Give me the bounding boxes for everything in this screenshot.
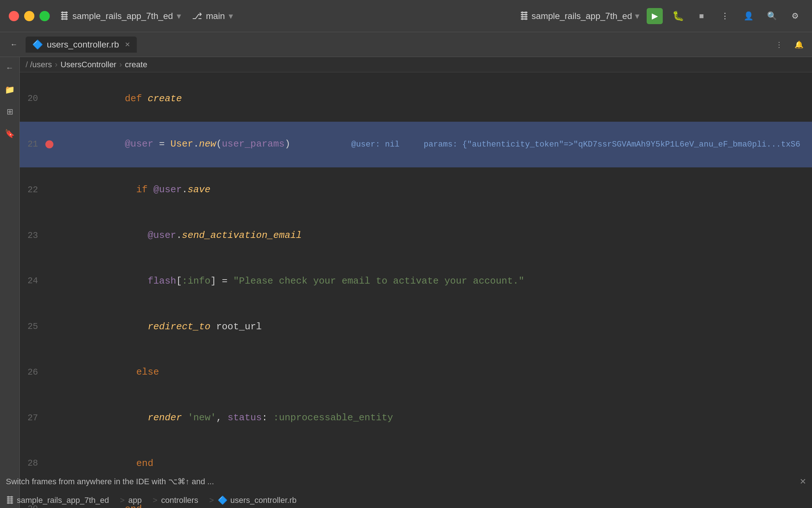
line-num-26: 26 <box>20 365 45 379</box>
line-num-22: 22 <box>20 183 45 197</box>
line-num-23: 23 <box>20 229 45 243</box>
project-chevron-icon: ▾ <box>177 11 181 21</box>
bottom-project-icon: 🛤 <box>6 496 14 505</box>
bottom-project-item[interactable]: 🛤 sample_rails_app_7th_ed <box>6 496 109 505</box>
editor-tabbar: ← 🔷 users_controller.rb ✕ ⋮ 🔔 <box>0 32 812 57</box>
close-button[interactable] <box>9 11 19 21</box>
code-line-20: 20 def create <box>20 76 812 122</box>
line-num-28: 28 <box>20 456 45 470</box>
line-num-21: 21 <box>20 137 45 151</box>
breakpoint-dot-21 <box>45 140 53 148</box>
code-text-24: flash[:info] = "Please check your email … <box>56 258 806 304</box>
bottom-sep3: > <box>209 496 214 505</box>
branch-chevron-icon: ▾ <box>229 11 233 21</box>
file-icon: 🔷 <box>32 39 43 50</box>
traffic-lights <box>9 11 50 21</box>
line-num-27: 27 <box>20 411 45 425</box>
project-title[interactable]: 🛤 sample_rails_app_7th_ed ▾ <box>60 11 181 21</box>
stop-button[interactable]: ■ <box>693 8 710 24</box>
bottom-file-icon: 🔷 <box>218 496 228 505</box>
line-num-25: 25 <box>20 320 45 334</box>
tabbar-right-actions: ⋮ 🔔 <box>772 37 806 52</box>
bottom-sep1: > <box>120 496 125 505</box>
code-line-21: 21 @user = User.new(user_params) @user: … <box>20 122 812 167</box>
back-icon[interactable]: ← <box>6 37 22 53</box>
sidebar-files-icon[interactable]: 📁 <box>3 83 17 97</box>
code-line-26: 26 else <box>20 350 812 395</box>
code-line-22: 22 if @user.save <box>20 167 812 213</box>
code-text-21: @user = User.new(user_params) <box>56 122 345 167</box>
titlebar: 🛤 sample_rails_app_7th_ed ▾ ⎇ main ▾ 🛤 s… <box>0 0 812 32</box>
code-content: 20 def create 21 @user = User.new(user_p… <box>20 72 812 508</box>
breadcrumb-sep1: › <box>55 60 57 69</box>
notification-close-icon[interactable]: ✕ <box>800 477 806 486</box>
titlebar-right: 🛤 sample_rails_app_7th_ed ▾ ▶ 🐛 ■ ⋮ 👤 🔍 … <box>520 8 803 24</box>
editor-tab-users-controller[interactable]: 🔷 users_controller.rb ✕ <box>26 37 137 53</box>
settings-icon[interactable]: ⚙ <box>787 8 803 24</box>
breadcrumb-class: UsersController <box>60 60 116 69</box>
notification-bell-icon[interactable]: 🔔 <box>792 37 806 52</box>
line-num-20: 20 <box>20 92 45 106</box>
breadcrumb: / /users › UsersController › create <box>20 57 812 72</box>
code-line-24: 24 flash[:info] = "Please check your ema… <box>20 258 812 304</box>
debug-inline-21: @user: nil params: {"authenticity_token"… <box>345 138 806 151</box>
sidebar-icons: ← 📁 ⊞ 🔖 🔍 🐛 ▶ 💻 ⚠ <box>0 57 20 508</box>
breadcrumb-path: /users <box>30 60 52 69</box>
more-options-icon[interactable]: ⋮ <box>717 8 733 24</box>
notification-text: Switch frames from anywhere in the IDE w… <box>6 477 214 486</box>
breadcrumb-sep2: › <box>119 60 122 69</box>
maximize-button[interactable] <box>40 11 50 21</box>
code-text-23: @user.send_activation_email <box>56 213 806 258</box>
code-text-26: else <box>56 350 806 395</box>
code-text-27: render 'new', status: :unprocessable_ent… <box>56 395 806 441</box>
code-line-25: 25 redirect_to root_url <box>20 304 812 350</box>
project-icon: 🛤 <box>60 11 69 21</box>
code-text-22: if @user.save <box>56 167 806 213</box>
debug-run-icon[interactable]: 🐛 <box>670 8 686 24</box>
bottom-controllers-item[interactable]: controllers <box>161 496 198 505</box>
bottom-file-item[interactable]: 🔷 users_controller.rb <box>218 496 297 505</box>
run-project-icon: 🛤 <box>520 11 529 21</box>
tab-close-icon[interactable]: ✕ <box>125 41 130 49</box>
code-line-23: 23 @user.send_activation_email <box>20 213 812 258</box>
code-editor-area: / /users › UsersController › create 20 d… <box>20 57 812 508</box>
code-text-20: def create <box>56 76 806 122</box>
line-num-24: 24 <box>20 274 45 288</box>
breadcrumb-path-icon: / <box>26 60 28 69</box>
run-project-chevron-icon: ▾ <box>635 11 639 21</box>
code-line-27: 27 render 'new', status: :unprocessable_… <box>20 395 812 441</box>
breadcrumb-method: create <box>125 60 147 69</box>
branch-title[interactable]: ⎇ main ▾ <box>192 11 233 21</box>
sidebar-nav-back-icon[interactable]: ← <box>3 61 17 75</box>
split-editor-icon[interactable]: ⋮ <box>772 37 786 52</box>
run-button[interactable]: ▶ <box>647 8 663 24</box>
search-icon[interactable]: 🔍 <box>764 8 780 24</box>
sidebar-bookmarks-icon[interactable]: 🔖 <box>3 126 17 141</box>
run-project-title: 🛤 sample_rails_app_7th_ed ▾ <box>520 11 639 21</box>
branch-icon: ⎇ <box>192 11 202 21</box>
minimize-button[interactable] <box>24 11 34 21</box>
bottom-sep2: > <box>153 496 158 505</box>
code-text-25: redirect_to root_url <box>56 304 806 350</box>
bottom-app-item[interactable]: app <box>128 496 142 505</box>
user-icon[interactable]: 👤 <box>740 8 756 24</box>
sidebar-structure-icon[interactable]: ⊞ <box>3 105 17 119</box>
